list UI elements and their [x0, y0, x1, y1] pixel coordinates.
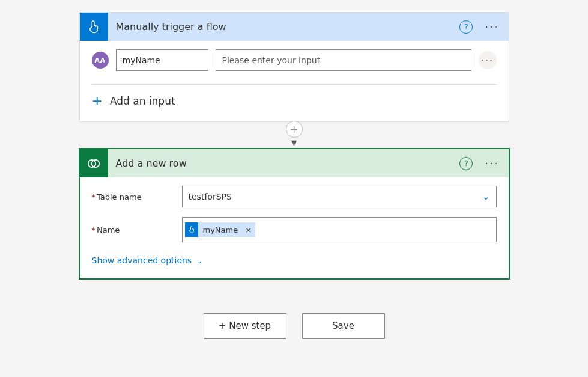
remove-token-icon[interactable]: × — [241, 225, 255, 234]
dataverse-icon — [80, 149, 108, 177]
plus-icon: + — [92, 93, 103, 108]
help-icon[interactable]: ? — [459, 20, 473, 34]
name-label: *Name — [92, 225, 182, 234]
trigger-card: Manually trigger a flow ? ··· AA myName … — [79, 12, 509, 122]
save-button[interactable]: Save — [302, 313, 385, 339]
input-name-field[interactable]: myName — [116, 49, 208, 71]
text-type-icon: AA — [92, 52, 109, 69]
more-icon[interactable]: ··· — [481, 20, 502, 33]
arrow-down-icon: ▾ — [291, 137, 297, 148]
table-name-value: testforSPS — [189, 192, 232, 201]
table-name-select[interactable]: testforSPS ⌄ — [182, 186, 497, 207]
input-more-icon[interactable]: ··· — [479, 51, 497, 69]
name-field[interactable]: myName × — [182, 217, 497, 242]
trigger-input-row: AA myName Please enter your input ··· — [92, 49, 497, 71]
token-label: myName — [203, 225, 242, 234]
trigger-title: Manually trigger a flow — [108, 21, 460, 32]
help-icon[interactable]: ? — [459, 157, 473, 170]
trigger-header[interactable]: Manually trigger a flow ? ··· — [80, 13, 509, 41]
show-advanced-link[interactable]: Show advanced options ⌄ — [92, 256, 204, 265]
connector: + ▾ — [286, 122, 303, 148]
add-input-button[interactable]: + Add an input — [92, 93, 497, 108]
new-step-button[interactable]: + New step — [204, 313, 286, 339]
divider — [92, 84, 497, 85]
more-icon[interactable]: ··· — [481, 157, 502, 170]
footer-buttons: + New step Save — [204, 313, 385, 339]
chevron-down-icon: ⌄ — [482, 191, 490, 202]
action-card: Add a new row ? ··· *Table name testforS… — [79, 148, 510, 280]
action-title: Add a new row — [108, 158, 460, 169]
action-header[interactable]: Add a new row ? ··· — [80, 149, 509, 177]
chevron-down-icon: ⌄ — [196, 256, 203, 265]
add-input-label: Add an input — [110, 95, 175, 107]
manual-trigger-icon — [185, 222, 198, 237]
table-name-label: *Table name — [92, 192, 182, 201]
insert-step-button[interactable]: + — [286, 121, 303, 138]
manual-trigger-icon — [80, 13, 108, 41]
dynamic-token[interactable]: myName × — [185, 222, 256, 237]
input-prompt-field[interactable]: Please enter your input — [216, 49, 471, 71]
